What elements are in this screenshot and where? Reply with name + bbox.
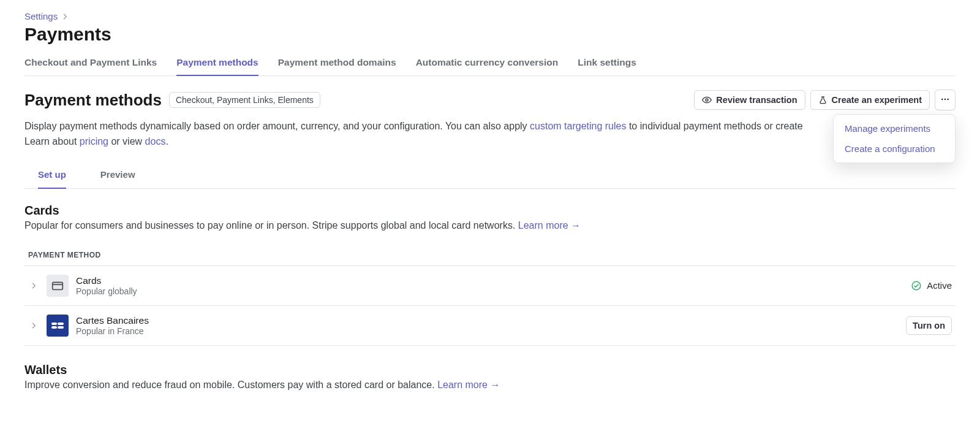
status-active: Active <box>911 280 952 291</box>
table-row: Cartes Bancaires Popular in France Turn … <box>24 306 956 346</box>
section-title: Payment methods <box>24 91 162 110</box>
expand-row-button[interactable] <box>28 282 39 289</box>
tab-checkout-links[interactable]: Checkout and Payment Links <box>24 53 157 75</box>
flask-icon <box>818 96 827 105</box>
more-actions-button[interactable] <box>935 90 956 110</box>
expand-row-button[interactable] <box>28 322 39 329</box>
wallets-learn-more-link[interactable]: Learn more → <box>437 380 500 390</box>
svg-point-1 <box>941 98 943 99</box>
svg-rect-10 <box>58 326 64 329</box>
dropdown-create-configuration[interactable]: Create a configuration <box>834 139 955 159</box>
page-title: Payments <box>24 24 956 45</box>
eye-icon <box>702 95 712 105</box>
svg-point-6 <box>912 281 921 290</box>
pricing-link[interactable]: pricing <box>80 136 108 147</box>
review-transaction-label: Review transaction <box>716 95 797 105</box>
svg-rect-7 <box>51 323 57 325</box>
create-experiment-label: Create an experiment <box>832 95 922 105</box>
svg-rect-4 <box>53 282 63 289</box>
cartes-bancaires-icon <box>47 315 69 337</box>
wallets-group-desc: Improve conversion and reduce fraud on m… <box>24 380 956 391</box>
arrow-right-icon: → <box>490 380 500 390</box>
review-transaction-button[interactable]: Review transaction <box>694 90 805 110</box>
breadcrumb: Settings <box>24 11 956 21</box>
svg-point-2 <box>944 98 946 99</box>
tab-automatic-currency[interactable]: Automatic currency conversion <box>416 53 559 75</box>
dropdown-manage-experiments[interactable]: Manage experiments <box>834 118 955 139</box>
cards-group-title: Cards <box>24 204 956 218</box>
sub-tabs: Set up Preview <box>24 163 956 189</box>
config-badge: Checkout, Payment Links, Elements <box>169 92 320 108</box>
turn-on-button[interactable]: Turn on <box>906 316 952 335</box>
payment-method-name: Cartes Bancaires <box>76 315 149 326</box>
custom-targeting-rules-link[interactable]: custom targeting rules <box>530 121 626 131</box>
wallets-group-title: Wallets <box>24 363 956 377</box>
section-description: Display payment methods dynamically base… <box>24 119 956 150</box>
subtab-setup[interactable]: Set up <box>38 163 66 188</box>
arrow-right-icon: → <box>571 220 581 231</box>
cards-learn-more-link[interactable]: Learn more → <box>518 220 581 231</box>
chevron-right-icon <box>61 13 69 20</box>
cards-group-desc: Popular for consumers and businesses to … <box>24 220 956 231</box>
svg-rect-9 <box>58 323 64 325</box>
subtab-preview[interactable]: Preview <box>100 163 135 188</box>
more-actions-dropdown: Manage experiments Create a configuratio… <box>833 114 956 163</box>
header-actions: Review transaction Create an experiment … <box>694 90 956 110</box>
table-header: PAYMENT METHOD <box>24 245 956 266</box>
svg-rect-8 <box>51 326 57 329</box>
status-label: Active <box>927 280 952 291</box>
tab-link-settings[interactable]: Link settings <box>578 53 636 75</box>
breadcrumb-settings-link[interactable]: Settings <box>24 11 58 21</box>
more-horizontal-icon <box>940 94 950 106</box>
docs-link[interactable]: docs <box>145 136 166 147</box>
tab-payment-methods[interactable]: Payment methods <box>176 53 258 75</box>
card-icon <box>47 275 69 297</box>
check-circle-icon <box>911 280 922 291</box>
table-row: Cards Popular globally Active <box>24 266 956 306</box>
payment-method-sub: Popular in France <box>76 326 149 336</box>
tab-payment-method-domains[interactable]: Payment method domains <box>278 53 396 75</box>
payment-method-sub: Popular globally <box>76 286 137 296</box>
main-tabs: Checkout and Payment Links Payment metho… <box>24 53 956 76</box>
create-experiment-button[interactable]: Create an experiment <box>810 90 930 110</box>
svg-point-0 <box>706 99 708 101</box>
svg-point-3 <box>948 98 949 99</box>
payment-method-name: Cards <box>76 275 137 286</box>
